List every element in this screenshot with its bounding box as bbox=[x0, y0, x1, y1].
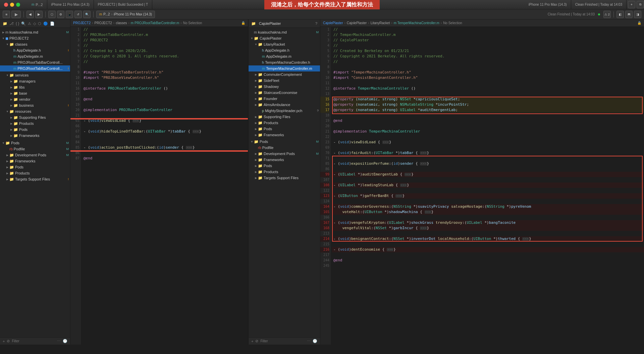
tree-project2-root[interactable]: ▼ ◼ PROJECT2 bbox=[0, 35, 70, 41]
right-editor-content[interactable]: 1234567 8910111213 15 16 17 181920212223… bbox=[320, 27, 644, 345]
tree-appdelegate-m[interactable]: m AppDelegate.m bbox=[0, 53, 70, 59]
forward-button[interactable]: ▶ bbox=[35, 11, 43, 18]
tree-libs[interactable]: ▶ 📁 libs bbox=[0, 84, 70, 90]
tree-pods-1[interactable]: ▶ 📁 Pods bbox=[0, 127, 70, 133]
add-tab-button[interactable]: + bbox=[628, 1, 635, 8]
minimize-button[interactable] bbox=[10, 3, 14, 7]
mid-tree-targets[interactable]: ▶ 📁 Targets Support Files bbox=[249, 175, 320, 181]
mid-tree-podfile[interactable]: rb Podfile bbox=[249, 145, 320, 151]
more-options-icon[interactable]: ⋯ bbox=[57, 339, 61, 343]
debug-button[interactable]: ⚙ bbox=[57, 11, 64, 18]
mid-tree-litany[interactable]: ▼ 📁 LitanyRacket bbox=[249, 41, 320, 47]
toolbar-divider-3 bbox=[93, 11, 94, 17]
navigator-toggle[interactable]: ◧ bbox=[616, 11, 624, 18]
inspector-toggle[interactable]: ◨ bbox=[634, 11, 641, 18]
mid-tree-appdelegate-m[interactable]: m AppDelegate.m bbox=[249, 53, 320, 59]
tree-classes[interactable]: ▼ 📁 classes bbox=[0, 41, 70, 47]
tree-managers[interactable]: ▶ 📁 managers bbox=[0, 78, 70, 84]
tree-base[interactable]: ▶ 📁 base bbox=[0, 90, 70, 96]
simulate-button[interactable]: 📱 bbox=[66, 11, 73, 18]
mid-tree-temper-h[interactable]: h TemperMachinaController.h bbox=[249, 59, 320, 65]
mid-tree-sidefleet[interactable]: ▶ 📁 SideFleet bbox=[249, 78, 320, 84]
mid-tree-founder[interactable]: ▶ 📁 Founder bbox=[249, 96, 320, 102]
mid-tree-commuter[interactable]: ▶ 📁 CommuterComplement bbox=[249, 71, 320, 78]
recent-files-icon[interactable]: 🕐 bbox=[63, 339, 67, 343]
tree-resources[interactable]: ▼ 📁 resources bbox=[0, 108, 70, 114]
analyze-button[interactable]: 🔍 bbox=[83, 11, 91, 18]
back-button[interactable]: ◀ bbox=[26, 11, 34, 18]
mid-tree-pods2[interactable]: ▶ 📁 Pods bbox=[249, 163, 320, 169]
tab-iphone-sim2[interactable]: iPhone 11 Pro Max (14.3) bbox=[525, 0, 571, 9]
tree-proj-root-tabbar-h[interactable]: m PROJRootTabBarControll... bbox=[0, 59, 70, 65]
scheme-selector[interactable]: m P...2 › iPhone 11 Pro Max (14.3) bbox=[96, 11, 155, 18]
tree-supporting-files[interactable]: ▶ 📁 Supporting Files bbox=[0, 114, 70, 120]
folder-icon-vendor: 📁 bbox=[13, 97, 18, 102]
tree-proj-root-tabbar-m[interactable]: m PROJRootTabBarControll... I bbox=[0, 65, 70, 71]
tree-appdelegate-h[interactable]: h AppDelegate.h I bbox=[0, 47, 70, 53]
tree-frameworks-2[interactable]: ▶ 📁 Frameworks bbox=[0, 158, 70, 164]
mid-tree-kuaisuchakna[interactable]: m kuaisuchakna.md M bbox=[249, 29, 320, 35]
mid-tree-appdelegate-h[interactable]: h AppDelegate.h bbox=[249, 47, 320, 53]
split-view-button[interactable]: ⧉ bbox=[637, 1, 644, 8]
tree-business[interactable]: ▶ 📁 business I bbox=[0, 102, 70, 108]
find-nav-icon[interactable]: 🔍 bbox=[21, 21, 26, 26]
folder-icon-classes: 📁 bbox=[9, 42, 14, 47]
mid-tree-shadowy[interactable]: ▶ 📁 Shadowy bbox=[249, 84, 320, 90]
mid-tree-frameworks2[interactable]: ▶ 📁 Frameworks bbox=[249, 157, 320, 163]
report-nav-icon[interactable]: 📄 bbox=[50, 21, 55, 26]
mid-tree-dev-pods[interactable]: ▶ 📁 Development Pods M bbox=[249, 151, 320, 157]
mid-more-icon[interactable]: ⋯ bbox=[307, 339, 311, 343]
close-button[interactable] bbox=[4, 3, 8, 7]
tree-kuaisuchakna[interactable]: ▶ m kuaisuchakna.md M bbox=[0, 29, 70, 35]
mid-tree-pods[interactable]: ▶ 📁 Pods bbox=[249, 126, 320, 132]
tree-targets-support[interactable]: ▶ 📁 Targets Support Files ! bbox=[0, 176, 70, 182]
issue-nav-icon[interactable]: ⚠ bbox=[28, 21, 31, 26]
add-file-icon[interactable]: + bbox=[3, 339, 5, 343]
mid-tree-products[interactable]: ▶ 📁 Products bbox=[249, 120, 320, 126]
tree-pods-root[interactable]: ▼ 📁 Pods M bbox=[0, 140, 70, 146]
run-button[interactable]: ▶ bbox=[11, 11, 21, 18]
tab-project-build[interactable]: PROJECT2 | Build Succeeded | T bbox=[94, 0, 153, 9]
mid-tree-staircase[interactable]: ▶ 📁 StaircaseEconomise bbox=[249, 90, 320, 96]
mid-tree-products2[interactable]: ▶ 📁 Products bbox=[249, 169, 320, 175]
mid-tree-cajole-root[interactable]: ▼ 📁 CajolePlaster bbox=[249, 35, 320, 41]
mid-recent-icon[interactable]: 🕐 bbox=[313, 339, 317, 343]
test-nav-icon[interactable]: ◇ bbox=[33, 21, 36, 26]
mid-tree-frameworks[interactable]: ▶ 📁 Frameworks bbox=[249, 132, 320, 138]
mid-tree-pods-root[interactable]: ▼ 📁 Pods M bbox=[249, 139, 320, 145]
clean-button[interactable]: ↺ bbox=[74, 11, 82, 18]
file-icon-rb2: rb bbox=[258, 146, 261, 150]
folder-nav-icon[interactable]: 📁 bbox=[3, 21, 7, 26]
breakpoint-nav-icon[interactable]: 🔵 bbox=[43, 21, 48, 26]
tree-products-1[interactable]: ▶ 📁 Products bbox=[0, 120, 70, 127]
left-editor-content[interactable]: 1234567 891011161718 19202165666768 8485… bbox=[70, 27, 248, 345]
tree-frameworks-1[interactable]: ▶ 📁 Frameworks bbox=[0, 133, 70, 139]
tab-clean-finished[interactable]: Clean Finished | Today at 14:03 bbox=[571, 0, 627, 9]
tab-iphone-sim[interactable]: iPhone 11 Pro Max (14.3) bbox=[47, 0, 94, 9]
mid-tree-pch[interactable]: p MightyStopHeader.pch ? bbox=[249, 108, 320, 114]
warning-button[interactable]: ⚠ 2 bbox=[603, 11, 611, 18]
mid-tree-temper-m[interactable]: m TemperMachinaController.m bbox=[249, 65, 320, 71]
tab-project-md[interactable]: m P...2 bbox=[28, 0, 47, 9]
mid-filter-icon[interactable]: ⊘ bbox=[255, 339, 258, 343]
folder-icon-supporting2: 📁 bbox=[258, 115, 263, 119]
stop-button[interactable]: ■ bbox=[3, 11, 10, 18]
symbol-nav-icon[interactable]: { } bbox=[16, 21, 19, 26]
mid-add-icon[interactable]: + bbox=[251, 339, 253, 343]
tree-products-2[interactable]: ▶ 📁 Products bbox=[0, 170, 70, 176]
tree-pods-2[interactable]: ▶ 📁 Pods bbox=[0, 164, 70, 170]
debug-nav-icon[interactable]: ⬡ bbox=[38, 21, 41, 26]
mid-tree-supporting[interactable]: ▶ 📁 Supporting Files bbox=[249, 114, 320, 120]
tree-podfile[interactable]: rb Podfile M bbox=[0, 146, 70, 152]
tree-vendor[interactable]: ▶ 📁 vendor bbox=[0, 96, 70, 102]
tree-dev-pods[interactable]: ▶ 📁 Development Pods M bbox=[0, 152, 70, 158]
mid-tree-alms[interactable]: ▶ 📁 AlmsAmbulance bbox=[249, 102, 320, 108]
filter-icon[interactable]: ⊘ bbox=[7, 339, 10, 343]
breakpoint-button[interactable]: ⬡ bbox=[48, 11, 56, 18]
tree-services[interactable]: ▼ 📁 services bbox=[0, 72, 70, 78]
file-icon-h: h bbox=[13, 48, 15, 52]
debug-area-toggle[interactable]: ⬒ bbox=[625, 11, 633, 18]
activity-status: Clean Finished | Today at 14:03 bbox=[548, 12, 595, 16]
source-nav-icon[interactable]: ⎇ bbox=[9, 21, 14, 26]
fullscreen-button[interactable] bbox=[16, 3, 20, 7]
